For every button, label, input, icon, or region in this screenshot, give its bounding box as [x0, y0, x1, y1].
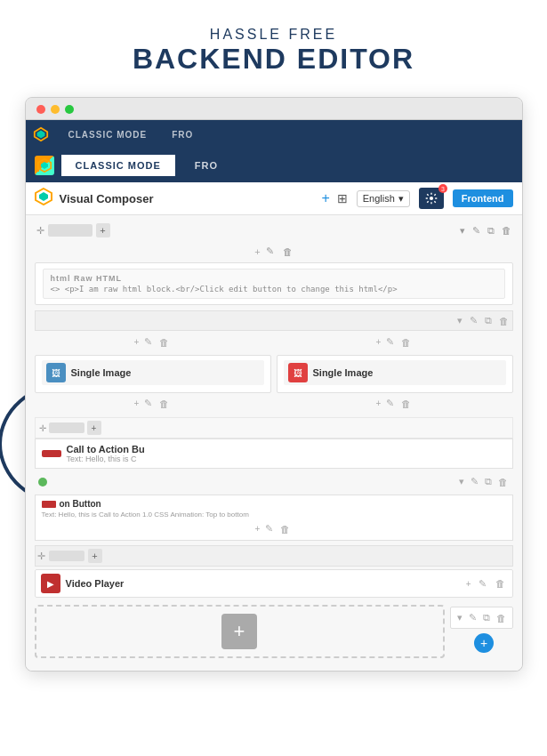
right-actions-group: ▾ ✎ ⧉ 🗑 +	[450, 607, 513, 662]
chevron-down-icon-2col[interactable]: ▾	[455, 313, 464, 328]
trash-icon-1b[interactable]: 🗑	[283, 246, 293, 257]
edit-icon-right[interactable]: ✎	[384, 334, 396, 350]
drag-handle-video[interactable]: ✛	[37, 551, 45, 562]
dot-yellow	[51, 105, 60, 114]
video-placeholder	[49, 551, 84, 561]
vc-logo-toolbar	[35, 188, 52, 209]
edit-video[interactable]: ✎	[477, 576, 488, 591]
settings-badge: 3	[438, 184, 447, 193]
single-image-1-icon: 🖼	[46, 363, 66, 382]
vc-logo-icon	[35, 156, 54, 175]
page-header: Hassle Free Backend Editor	[133, 27, 414, 76]
copy-bottom-right[interactable]: ⧉	[481, 610, 492, 625]
small-add-btn[interactable]: +	[474, 633, 494, 653]
single-image-2-header: 🖼 Single Image	[284, 360, 506, 385]
settings-btn[interactable]: 3	[419, 188, 444, 209]
edit-right-2[interactable]: ✎	[384, 396, 396, 411]
single-image-2-block: 🖼 Single Image	[277, 355, 513, 393]
status-dot	[38, 478, 47, 487]
big-add-area[interactable]: +	[35, 605, 445, 658]
add-row-btn-1[interactable]: +	[96, 223, 110, 237]
vc-logo-small	[26, 120, 56, 149]
edit-icon-1b[interactable]: ✎	[266, 245, 274, 257]
frontend-btn[interactable]: Frontend	[453, 189, 513, 207]
browser-chrome	[26, 98, 522, 120]
trash-right[interactable]: 🗑	[399, 335, 413, 350]
grid-view-btn[interactable]: ⊞	[337, 191, 348, 205]
vc-header-bar: CLASSIC MODE FRO	[26, 149, 522, 182]
copy-icon-row1[interactable]: ⧉	[487, 225, 495, 237]
edit-icon-2col[interactable]: ✎	[468, 313, 479, 328]
edit-bottom-right[interactable]: ✎	[467, 610, 479, 625]
drag-handle-cta[interactable]: ✛	[39, 423, 46, 433]
tab-classic-mode-small[interactable]: CLASSIC MODE	[56, 120, 160, 149]
delete-icon-2col[interactable]: 🗑	[497, 314, 511, 328]
edit-icon-left[interactable]: ✎	[142, 334, 154, 350]
single-image-1-block: 🖼 Single Image	[35, 355, 271, 393]
dot-green-browser	[65, 105, 74, 114]
cta-button-row: on Button Text: Hello, this is Call to A…	[35, 495, 513, 541]
add-element-btn[interactable]: +	[321, 190, 329, 206]
col-right-actions: + ✎ 🗑	[277, 333, 513, 351]
drag-handle-1[interactable]: ✛	[36, 225, 44, 237]
edit-green[interactable]: ✎	[469, 474, 480, 489]
page-subtitle: Hassle Free	[133, 27, 414, 43]
row-actions-top: ▾ ✎ ⧉ 🗑	[35, 310, 513, 331]
trash-right-2[interactable]: 🗑	[399, 397, 413, 411]
trash-video[interactable]: 🗑	[494, 576, 507, 591]
cta-module: Call to Action Bu Text: Hello, this is C	[35, 438, 513, 469]
chevron-bottom-right[interactable]: ▾	[455, 610, 464, 625]
cta-outer: ✛ +	[35, 417, 513, 438]
add-row-controls-1: + ✎ 🗑	[35, 244, 513, 259]
delete-bottom-right[interactable]: 🗑	[495, 611, 508, 625]
html-label: html Raw HTML	[51, 274, 497, 283]
page-title: Backend Editor	[133, 43, 414, 76]
edit-icon-row1[interactable]: ✎	[472, 225, 480, 237]
plus-left: +	[134, 337, 140, 347]
col-right-add: + ✎ 🗑	[277, 393, 513, 414]
video-player-block: ▶ Video Player + ✎ 🗑	[35, 569, 513, 598]
cta-row: ✛ + Call to Action Bu Text: Hello, this …	[35, 417, 513, 469]
tab-frontend-small[interactable]: FRO	[159, 120, 205, 149]
tab-classic-mode-large[interactable]: CLASSIC MODE	[61, 155, 175, 176]
delete-green[interactable]: 🗑	[496, 475, 510, 489]
edit-left-2[interactable]: ✎	[142, 396, 154, 411]
row-drag-1: ✛ + ▾ ✎ ⧉ 🗑	[35, 221, 513, 240]
chevron-down-icon: ▾	[398, 193, 404, 205]
copy-green[interactable]: ⧉	[483, 474, 494, 489]
chevron-down-icon-row1[interactable]: ▾	[460, 225, 465, 237]
html-block: html Raw HTML <> <p>I am raw html block.…	[43, 269, 505, 299]
html-block-row: html Raw HTML <> <p>I am raw html block.…	[35, 262, 513, 305]
cta-content: Call to Action Bu Text: Hello, this is C	[67, 444, 145, 463]
tab-frontend-large[interactable]: FRO	[182, 155, 230, 176]
cta-title: Call to Action Bu	[67, 444, 145, 454]
single-image-1-header: 🖼 Single Image	[42, 360, 264, 385]
cta-btn-title: on Button	[60, 499, 101, 509]
cta-btn-header: on Button	[42, 499, 506, 509]
action-bar-right: ▾ ✎ ⧉ 🗑	[450, 607, 513, 629]
plus-label-1: +	[254, 246, 260, 257]
svg-marker-3	[41, 162, 48, 169]
chevron-green[interactable]: ▾	[457, 474, 466, 489]
delete-icon-row1[interactable]: 🗑	[502, 225, 511, 236]
trash-left-2[interactable]: 🗑	[157, 397, 171, 411]
col-right: + ✎ 🗑 🖼 Single Image	[277, 333, 513, 414]
add-cta-btn[interactable]: +	[87, 421, 101, 435]
svg-marker-1	[36, 131, 44, 139]
trash-cta-btn[interactable]: 🗑	[278, 522, 292, 536]
video-icon: ▶	[41, 574, 60, 593]
trash-left[interactable]: 🗑	[157, 335, 171, 350]
video-row-header: ✛ +	[35, 545, 513, 567]
edit-cta-btn[interactable]: ✎	[263, 521, 275, 536]
big-add-btn[interactable]: +	[221, 614, 257, 649]
add-video-btn[interactable]: +	[88, 549, 102, 563]
col-left: + ✎ 🗑 🖼 Single Image	[35, 333, 271, 414]
two-column-layout: + ✎ 🗑 🖼 Single Image	[35, 333, 513, 414]
copy-icon-2col[interactable]: ⧉	[483, 313, 494, 328]
svg-point-6	[430, 197, 433, 200]
cta-placeholder	[49, 422, 84, 433]
single-image-2-icon: 🖼	[288, 363, 308, 382]
cta-btn-actions: + ✎ 🗑	[42, 519, 506, 536]
bottom-add-row: + ▾ ✎ ⧉ 🗑 +	[35, 601, 513, 662]
language-select[interactable]: English ▾	[357, 190, 410, 207]
